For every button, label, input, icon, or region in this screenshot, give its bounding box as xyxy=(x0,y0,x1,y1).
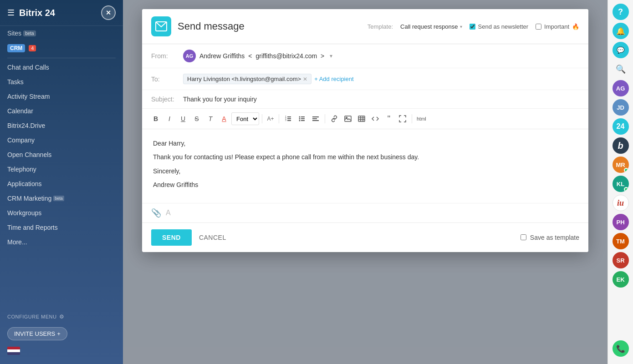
invite-users-button[interactable]: INVITE USERS + xyxy=(7,327,67,340)
email-body-line3: Sincerely, xyxy=(153,166,577,176)
editor-toolbar: B I U S T A Font A+ 123 xyxy=(142,109,588,129)
font-size-up-button[interactable]: A+ xyxy=(265,112,276,125)
user-avatar-2[interactable]: JD xyxy=(613,99,629,116)
mail-icon xyxy=(151,16,171,36)
b-avatar[interactable]: b xyxy=(613,137,629,154)
subject-label: Subject: xyxy=(151,96,183,103)
fire-icon: 🔥 xyxy=(572,23,579,30)
link-button[interactable] xyxy=(328,112,341,125)
newsletter-input[interactable] xyxy=(470,24,475,30)
sidebar-item-more[interactable]: More... xyxy=(0,235,123,249)
crm-row: CRM 4 xyxy=(0,40,123,56)
sidebar-item-bitrix-drive[interactable]: Bitrix24.Drive xyxy=(0,118,123,133)
toolbar-separator-3 xyxy=(325,114,325,123)
to-field: Harry Livingston <h.livingston@gmail.com… xyxy=(183,74,579,84)
svg-rect-12 xyxy=(301,120,305,121)
expand-button[interactable] xyxy=(396,112,409,125)
close-sidebar-button[interactable]: ✕ xyxy=(101,5,116,20)
svg-point-7 xyxy=(299,116,301,118)
sidebar-item-company[interactable]: Company xyxy=(0,133,123,147)
sidebar-bottom: CONFIGURE MENU ⚙ INVITE USERS + xyxy=(0,305,123,364)
sidebar-sites[interactable]: Sites beta xyxy=(0,26,123,40)
user-avatar-6[interactable]: KL xyxy=(613,176,629,192)
svg-rect-18 xyxy=(358,116,365,121)
modal-header-options: Template: Call request response ▾ Send a… xyxy=(368,23,579,30)
crm-badge[interactable]: CRM xyxy=(7,44,25,52)
code-button[interactable] xyxy=(369,112,382,125)
svg-text:3: 3 xyxy=(285,119,286,121)
sidebar-item-tasks[interactable]: Tasks xyxy=(0,75,123,89)
hamburger-icon[interactable]: ☰ xyxy=(7,8,15,18)
send-newsletter-checkbox[interactable]: Send as newsletter xyxy=(470,23,529,30)
sidebar-item-activity-stream[interactable]: Activity Stream xyxy=(0,89,123,104)
send-button[interactable]: SEND xyxy=(151,229,192,246)
subject-input[interactable] xyxy=(183,96,579,103)
from-dropdown-icon[interactable]: ▾ xyxy=(330,53,332,59)
user-avatar-9[interactable]: TM xyxy=(613,233,629,249)
html-button[interactable]: html xyxy=(415,112,428,125)
font-select[interactable]: Font xyxy=(231,112,259,125)
align-button[interactable] xyxy=(309,112,322,125)
svg-rect-2 xyxy=(287,118,291,119)
underline-button[interactable]: U xyxy=(177,112,189,125)
svg-rect-10 xyxy=(301,118,305,119)
add-recipient-link[interactable]: + Add recipient xyxy=(314,76,353,82)
flag-icon xyxy=(7,347,20,355)
brand-name: Bitrix 24 xyxy=(19,8,55,18)
important-checkbox[interactable]: Important 🔥 xyxy=(536,23,579,30)
sidebar-item-chat-calls[interactable]: Chat and Calls xyxy=(0,60,123,75)
font-color-button[interactable]: A xyxy=(218,112,230,125)
quote-button[interactable]: " xyxy=(383,112,395,125)
save-template-checkbox[interactable] xyxy=(521,234,526,240)
modal-header: Send message Template: Call request resp… xyxy=(142,9,588,44)
sender-avatar: AG xyxy=(183,50,196,62)
font-color-icon[interactable]: A xyxy=(166,209,171,217)
bitrix-avatar[interactable]: 24 xyxy=(613,118,629,135)
important-input[interactable] xyxy=(536,24,541,30)
strikethrough-button[interactable]: S xyxy=(190,112,203,125)
right-sidebar: ? 🔔 💬 🔍 AG JD 24 b MR KL iu PH TM SR EK xyxy=(607,0,633,364)
toolbar-separator xyxy=(262,114,262,123)
remove-recipient-icon[interactable]: ✕ xyxy=(303,76,307,82)
phone-button[interactable]: 📞 xyxy=(613,340,629,357)
editor-content[interactable]: Dear Harry, Thank you for contacting us!… xyxy=(142,129,588,203)
sidebar-header: ☰ Bitrix 24 ✕ xyxy=(0,0,123,26)
configure-menu-button[interactable]: CONFIGURE MENU ⚙ xyxy=(0,309,123,324)
notifications-button[interactable]: 🔔 xyxy=(613,23,629,39)
sidebar-item-open-channels[interactable]: Open Channels xyxy=(0,147,123,162)
user-avatar-1[interactable]: AG xyxy=(613,80,629,96)
template-select[interactable]: Call request response ▾ xyxy=(400,23,462,30)
svg-rect-13 xyxy=(312,116,319,117)
italic2-button[interactable]: T xyxy=(204,112,217,125)
sender-name: Andrew Griffiths xyxy=(199,52,245,60)
template-label: Template: xyxy=(368,23,393,30)
cancel-button[interactable]: CANCEL xyxy=(192,229,234,246)
sidebar-item-calendar[interactable]: Calendar xyxy=(0,104,123,118)
attach-icon[interactable]: 📎 xyxy=(151,208,161,218)
user-avatar-8[interactable]: PH xyxy=(613,214,629,230)
bold-button[interactable]: B xyxy=(149,112,162,125)
sidebar-item-applications[interactable]: Applications xyxy=(0,177,123,191)
user-avatar-10[interactable]: SR xyxy=(613,252,629,268)
search-button[interactable]: 🔍 xyxy=(613,61,629,77)
cursive-avatar[interactable]: iu xyxy=(613,195,629,211)
unordered-list-button[interactable] xyxy=(296,112,308,125)
modal-body: From: AG Andrew Griffiths <griffiths@bit… xyxy=(142,44,588,222)
sidebar-item-time-reports[interactable]: Time and Reports xyxy=(0,220,123,235)
chat-button[interactable]: 💬 xyxy=(613,42,629,58)
toolbar-separator-2 xyxy=(279,114,279,123)
sidebar-item-workgroups[interactable]: Workgroups xyxy=(0,206,123,220)
help-button[interactable]: ? xyxy=(613,4,629,20)
to-label: To: xyxy=(151,76,183,83)
sidebar-item-telephony[interactable]: Telephony xyxy=(0,162,123,177)
user-avatar-5[interactable]: MR xyxy=(613,157,629,173)
ordered-list-button[interactable]: 123 xyxy=(282,112,295,125)
send-message-modal: Send message Template: Call request resp… xyxy=(142,9,588,252)
recipient-tag: Harry Livingston <h.livingston@gmail.com… xyxy=(183,74,311,84)
italic-button[interactable]: I xyxy=(163,112,176,125)
flag-area xyxy=(0,343,123,360)
image-button[interactable] xyxy=(342,112,354,125)
table-button[interactable] xyxy=(355,112,368,125)
sidebar-item-crm-marketing[interactable]: CRM Marketing beta xyxy=(0,191,123,206)
user-avatar-11[interactable]: EK xyxy=(613,271,629,288)
